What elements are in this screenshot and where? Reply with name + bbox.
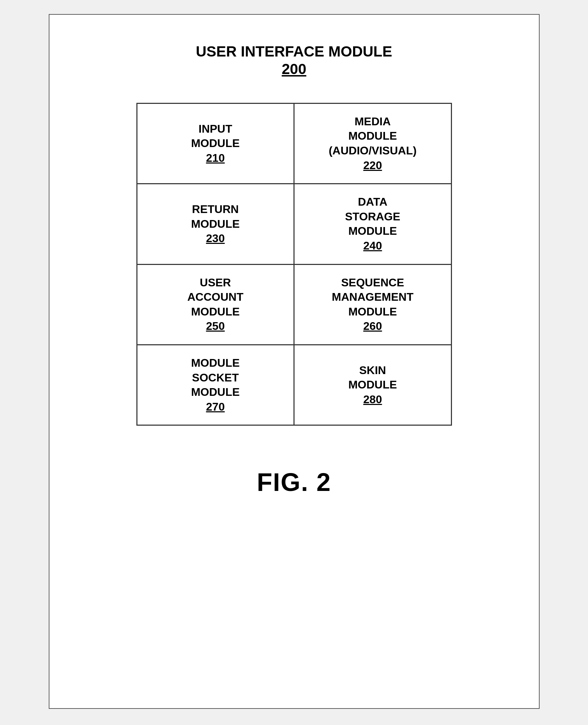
grid-row-2: RETURN MODULE 230 DATA STORAGE MODULE 24… [137, 184, 451, 265]
cell-number-250: 250 [206, 319, 225, 334]
title-number: 200 [282, 61, 306, 77]
cell-input-module: INPUT MODULE 210 [137, 104, 295, 183]
module-grid: INPUT MODULE 210 MEDIA MODULE (AUDIO/VIS… [136, 103, 452, 426]
cell-number-280: 280 [363, 392, 382, 407]
main-title: USER INTERFACE MODULE 200 [196, 43, 392, 78]
cell-data-storage-module: DATA STORAGE MODULE 240 [295, 184, 451, 264]
cell-skin-module: SKIN MODULE 280 [295, 345, 451, 425]
cell-return-module: RETURN MODULE 230 [137, 184, 295, 264]
cell-user-account-module: USER ACCOUNT MODULE 250 [137, 265, 295, 344]
cell-number-220: 220 [363, 158, 382, 173]
cell-sequence-management-module: SEQUENCE MANAGEMENT MODULE 260 [295, 265, 451, 344]
diagram-area: USER INTERFACE MODULE 200 INPUT MODULE 2… [77, 43, 511, 567]
cell-number-210: 210 [206, 151, 225, 166]
cell-number-260: 260 [363, 319, 382, 334]
cell-number-240: 240 [363, 239, 382, 253]
cell-media-module: MEDIA MODULE (AUDIO/VISUAL) 220 [295, 104, 451, 183]
figure-label: FIG. 2 [257, 468, 331, 497]
title-line1: USER INTERFACE MODULE [196, 43, 392, 60]
grid-row-4: MODULE SOCKET MODULE 270 SKIN MODULE 280 [137, 345, 451, 425]
cell-number-230: 230 [206, 231, 225, 246]
cell-number-270: 270 [206, 400, 225, 414]
cell-module-socket-module: MODULE SOCKET MODULE 270 [137, 345, 295, 425]
grid-row-3: USER ACCOUNT MODULE 250 SEQUENCE MANAGEM… [137, 265, 451, 345]
page-container: USER INTERFACE MODULE 200 INPUT MODULE 2… [49, 14, 540, 709]
grid-row-1: INPUT MODULE 210 MEDIA MODULE (AUDIO/VIS… [137, 104, 451, 184]
